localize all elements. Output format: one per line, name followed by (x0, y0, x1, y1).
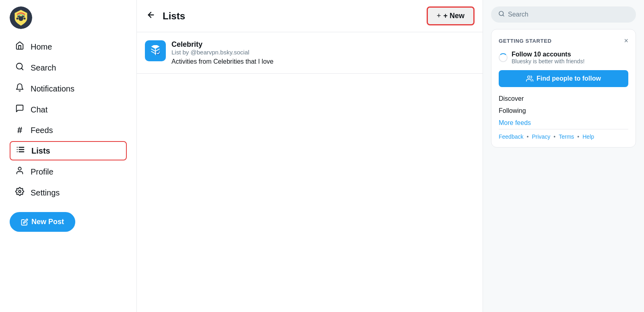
right-sidebar: Search GETTING STARTED × Follow 10 accou… (483, 0, 644, 312)
home-icon (14, 41, 25, 52)
sidebar-item-home-label: Home (31, 42, 52, 52)
getting-started-close-button[interactable]: × (624, 37, 628, 45)
svg-point-15 (19, 190, 21, 193)
avatar[interactable] (10, 6, 32, 29)
sidebar-item-chat-label: Chat (31, 105, 47, 114)
getting-started-header: GETTING STARTED × (499, 37, 628, 45)
list-item[interactable]: Celebrity List by @bearvpn.bsky.social A… (137, 32, 483, 74)
sidebar-item-chat[interactable]: Chat (10, 100, 127, 119)
find-people-label: Find people to follow (537, 75, 601, 82)
back-arrow-icon (147, 10, 155, 19)
nav: Home Search Notifications Chat # Feeds (10, 37, 127, 204)
search-placeholder: Search (508, 11, 528, 18)
main-header: Lists + + New (137, 0, 483, 32)
new-list-button[interactable]: + + New (427, 6, 475, 25)
follow-text-block: Follow 10 accounts Bluesky is better wit… (512, 51, 584, 64)
feedback-link[interactable]: Feedback (499, 133, 523, 140)
plus-icon: + (437, 12, 441, 20)
follow-row: Follow 10 accounts Bluesky is better wit… (499, 51, 628, 64)
bell-icon (14, 83, 25, 94)
discover-link[interactable]: Discover (499, 93, 628, 105)
help-link[interactable]: Help (582, 133, 594, 140)
dot-3: • (577, 133, 579, 140)
svg-point-14 (18, 167, 21, 170)
sidebar-item-notifications-label: Notifications (31, 84, 74, 94)
sidebar-item-notifications[interactable]: Notifications (10, 79, 127, 98)
search-nav-icon (14, 62, 25, 73)
following-link[interactable]: Following (499, 105, 628, 117)
svg-point-5 (24, 18, 26, 20)
header-left: Lists (145, 9, 185, 23)
list-by: List by @bearvpn.bsky.social (171, 49, 475, 56)
feeds-icon: # (14, 125, 25, 135)
sidebar-item-lists-label: Lists (31, 146, 50, 156)
main-content: Lists + + New Celebrity List by @bearvpn… (137, 0, 483, 312)
back-button[interactable] (145, 9, 157, 23)
search-icon (498, 10, 505, 19)
people-icon (526, 75, 533, 82)
getting-started-card: GETTING STARTED × Follow 10 accounts Blu… (491, 29, 636, 148)
svg-point-4 (17, 18, 19, 20)
follow-subtitle: Bluesky is better with friends! (512, 58, 584, 64)
sidebar-item-search[interactable]: Search (10, 58, 127, 77)
find-people-button[interactable]: Find people to follow (499, 70, 628, 87)
more-feeds-link[interactable]: More feeds (499, 117, 628, 129)
list-info: Celebrity List by @bearvpn.bsky.social A… (171, 40, 475, 65)
footer-links: Feedback • Privacy • Terms • Help (499, 129, 628, 140)
sidebar: Home Search Notifications Chat # Feeds (0, 0, 137, 312)
svg-point-20 (528, 76, 530, 78)
gear-icon (14, 187, 25, 198)
chat-icon (14, 104, 25, 115)
dot-2: • (553, 133, 555, 140)
privacy-link[interactable]: Privacy (532, 133, 550, 140)
svg-line-19 (503, 15, 504, 16)
sidebar-item-feeds-label: Feeds (31, 126, 53, 135)
progress-spinner (499, 53, 508, 62)
edit-icon (21, 218, 28, 226)
new-post-label: New Post (31, 218, 64, 226)
follow-title: Follow 10 accounts (512, 51, 584, 58)
page-title: Lists (163, 10, 185, 22)
list-item-icon (145, 40, 166, 61)
list-description: Activities from Celebrities that I love (171, 58, 475, 65)
svg-line-7 (21, 68, 23, 70)
new-post-button[interactable]: New Post (10, 212, 75, 232)
sidebar-item-lists[interactable]: Lists (10, 141, 127, 160)
list-name: Celebrity (171, 40, 475, 49)
terms-link[interactable]: Terms (559, 133, 574, 140)
sidebar-item-settings[interactable]: Settings (10, 183, 127, 202)
sidebar-item-search-label: Search (31, 63, 56, 73)
new-list-label: + New (443, 12, 464, 20)
sidebar-item-profile[interactable]: Profile (10, 162, 127, 181)
sidebar-item-profile-label: Profile (31, 167, 54, 177)
sidebar-item-home[interactable]: Home (10, 37, 127, 56)
sidebar-item-feeds[interactable]: # Feeds (10, 121, 127, 139)
sidebar-item-settings-label: Settings (31, 188, 60, 198)
lists-icon (15, 145, 26, 156)
search-bar[interactable]: Search (491, 6, 636, 23)
getting-started-title: GETTING STARTED (499, 38, 552, 44)
dot-1: • (526, 133, 528, 140)
profile-icon (14, 166, 25, 177)
